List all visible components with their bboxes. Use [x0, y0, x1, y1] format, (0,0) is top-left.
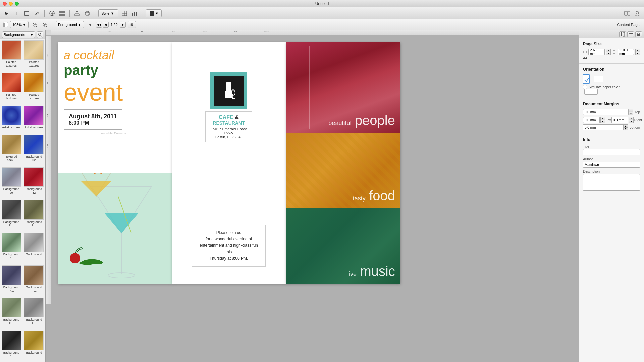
barcode-btn[interactable]: ▼ — [146, 9, 162, 17]
arrow-tool[interactable] — [3, 9, 11, 17]
list-item[interactable]: Background Pi... — [0, 264, 23, 297]
style-dropdown[interactable]: Style ▼ — [98, 9, 118, 17]
simulate-color-swatch[interactable] — [584, 89, 598, 95]
search-button[interactable] — [37, 31, 43, 38]
list-item[interactable]: Painted textures — [23, 71, 46, 104]
margin-left-up[interactable]: ▲ — [600, 117, 605, 120]
margin-bottom-down[interactable]: ▼ — [623, 127, 628, 130]
page-navigation: ◀◀ ◀ 1 / 2 ▶ — [96, 22, 126, 28]
margin-top-input[interactable]: 0.0 mm — [583, 109, 629, 115]
list-item[interactable]: Artist textures — [0, 104, 23, 133]
list-item[interactable]: Background 29 — [0, 166, 23, 198]
list-item[interactable]: Background Pi... — [23, 264, 46, 297]
canvas-area[interactable]: 0 50 100 150 200 250 300 50 100 150 200 — [46, 30, 579, 362]
list-item[interactable]: Background Pi... — [23, 297, 46, 329]
prev-page-btn[interactable]: ◀ — [103, 22, 109, 28]
thumbnail-label: Background 29 — [1, 187, 21, 195]
height-icon — [612, 50, 616, 54]
panel-header: Backgrounds ▼ — [0, 30, 45, 39]
shapes-icon[interactable] — [58, 9, 66, 17]
content-pages-label[interactable]: Content Pages — [617, 23, 641, 27]
margin-right-input[interactable]: 0.0 mm — [611, 117, 628, 123]
inspector-lock-btn[interactable] — [635, 31, 642, 37]
margin-top-stepper[interactable]: ▲ ▼ — [629, 109, 633, 115]
list-item[interactable]: Background Pi... — [23, 329, 46, 362]
width-stepper[interactable]: ▲ ▼ — [606, 49, 611, 55]
author-input[interactable] — [583, 162, 640, 168]
width-up[interactable]: ▲ — [606, 49, 611, 52]
description-input[interactable] — [583, 174, 640, 191]
list-item[interactable]: Artist textures — [23, 104, 46, 133]
share-icon[interactable] — [73, 9, 81, 17]
svg-rect-47 — [629, 33, 633, 34]
margin-bottom-stepper[interactable]: ▲ ▼ — [623, 124, 628, 130]
thumbnail-image — [24, 265, 44, 285]
view-mode-selector[interactable]: Foreground ▼ — [56, 21, 84, 28]
grid-view-btn[interactable]: ⊞ — [128, 21, 136, 28]
thumbnail-label: Painted textures — [1, 93, 21, 100]
list-item[interactable]: Background Pi... — [0, 297, 23, 329]
close-button[interactable] — [3, 2, 7, 6]
height-input[interactable]: 210.0 mm — [618, 49, 634, 55]
margin-bottom-up[interactable]: ▲ — [623, 124, 628, 127]
next-page-btn[interactable]: ▶ — [120, 22, 126, 28]
width-down[interactable]: ▼ — [606, 52, 611, 55]
list-item[interactable]: Background Pi... — [23, 231, 46, 264]
margin-bottom-input[interactable]: 0.0 mm — [583, 124, 623, 130]
thumbnail-label: Background Pi... — [1, 318, 21, 325]
margin-left-stepper[interactable]: ▲ ▼ — [600, 117, 605, 123]
media-browser-icon[interactable]: ⊕ — [48, 9, 56, 17]
inspector-icon[interactable] — [623, 9, 631, 17]
list-item[interactable]: Painted textures — [0, 39, 23, 71]
chart-icon[interactable] — [130, 9, 139, 17]
text-tool[interactable]: T — [13, 9, 21, 17]
print-icon[interactable] — [83, 9, 91, 17]
width-input[interactable]: 297.0 mm — [588, 49, 605, 55]
height-down[interactable]: ▼ — [635, 52, 640, 55]
list-item[interactable]: Textured back... — [0, 133, 23, 166]
list-item[interactable]: Background Pi... — [0, 199, 23, 231]
title-input[interactable] — [583, 149, 640, 155]
inspector-layer-btn[interactable] — [627, 31, 634, 37]
table-icon[interactable] — [120, 9, 128, 17]
pen-tool[interactable] — [33, 9, 41, 17]
margin-right-up[interactable]: ▲ — [629, 117, 634, 120]
title-line3: event — [64, 78, 166, 106]
margin-top-up[interactable]: ▲ — [629, 109, 633, 112]
list-item[interactable]: Painted textures — [23, 39, 46, 71]
list-item[interactable]: Background 02 — [23, 133, 46, 166]
zoom-in-btn[interactable] — [41, 21, 49, 29]
margin-left-down[interactable]: ▼ — [600, 120, 605, 123]
zoom-out-btn[interactable] — [31, 21, 39, 29]
landscape-icon — [594, 76, 603, 82]
svg-point-26 — [636, 11, 639, 14]
portrait-option[interactable] — [583, 74, 590, 84]
list-item[interactable]: Background Pi... — [0, 231, 23, 264]
prev-page-layer[interactable]: ◀ — [86, 21, 94, 29]
margin-left-input[interactable]: 0.0 mm — [583, 117, 600, 123]
height-up[interactable]: ▲ — [635, 49, 640, 52]
margin-right-stepper[interactable]: ▲ ▼ — [629, 117, 634, 123]
minimize-button[interactable] — [9, 2, 13, 6]
shape-tool[interactable] — [23, 9, 31, 17]
svg-rect-18 — [149, 11, 149, 16]
margin-top-down[interactable]: ▼ — [629, 112, 633, 115]
account-icon[interactable] — [633, 9, 641, 17]
list-item[interactable]: Background Pi... — [0, 329, 23, 362]
list-item[interactable]: Painted textures — [0, 71, 23, 104]
bottom-margin-row: 0.0 mm ▲ ▼ Bottom — [583, 124, 640, 130]
simulate-color-checkbox[interactable] — [583, 85, 587, 89]
page3-section-food: tasty food — [286, 133, 400, 208]
list-item[interactable]: Background 32 — [23, 166, 46, 198]
list-item[interactable]: Background Pi... — [23, 199, 46, 231]
maximize-button[interactable] — [15, 2, 19, 6]
backgrounds-dropdown[interactable]: Backgrounds ▼ — [2, 31, 35, 38]
right-panel: Page Size 297.0 mm ▲ ▼ 210.0 mm ▲ ▼ A4 O… — [579, 30, 644, 362]
zoom-selector[interactable]: 105% ▼ — [10, 21, 29, 28]
inspector-page-btn[interactable] — [619, 31, 626, 37]
left-panel-toggle[interactable] — [3, 22, 8, 27]
height-stepper[interactable]: ▲ ▼ — [635, 49, 640, 55]
margin-right-down[interactable]: ▼ — [629, 120, 634, 123]
first-page-btn[interactable]: ◀◀ — [96, 22, 102, 28]
landscape-option[interactable] — [594, 76, 603, 82]
